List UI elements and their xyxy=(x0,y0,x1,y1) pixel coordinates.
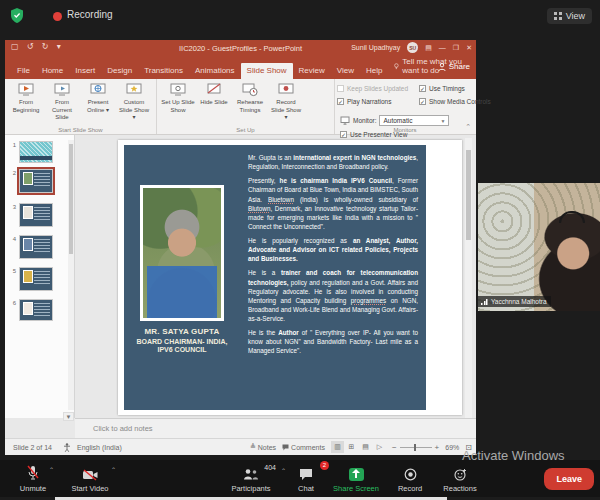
video-options-caret[interactable]: ⌃ xyxy=(111,466,116,473)
custom-slide-show-label: Custom Slide Show ▾ xyxy=(119,99,149,120)
set-up-group-label: Set Up xyxy=(157,127,334,133)
leave-button[interactable]: Leave xyxy=(544,468,594,490)
normal-view-button[interactable]: ▥ xyxy=(331,441,344,453)
view-button[interactable]: View xyxy=(547,8,592,24)
ribbon-display-options-button[interactable]: ▤ xyxy=(425,44,432,52)
slide-show-view-button[interactable]: ▷ xyxy=(373,441,386,453)
zoom-slider: − + xyxy=(392,443,439,452)
tab-review[interactable]: Review xyxy=(293,63,331,79)
thumbnail-slide-2-selected[interactable]: 2 xyxy=(9,169,53,193)
ribbon-tab-bar: File Home Insert Design Transitions Anim… xyxy=(5,58,476,79)
monitor-dropdown[interactable]: Automatic ▼ xyxy=(379,115,449,126)
from-beginning-button[interactable]: From Beginning xyxy=(9,82,43,122)
from-current-slide-button[interactable]: From Current Slide xyxy=(45,82,79,122)
monitor-dropdown-value: Automatic xyxy=(383,117,412,124)
tab-slide-show[interactable]: Slide Show xyxy=(241,63,293,79)
zoom-level[interactable]: 69% xyxy=(445,444,459,451)
slide-sorter-view-button[interactable]: ⊞ xyxy=(345,441,358,453)
thumbnail-image[interactable] xyxy=(19,203,53,227)
reading-view-button[interactable]: ▤ xyxy=(359,441,372,453)
use-presenter-view-checkbox[interactable]: ✓ Use Presenter View xyxy=(340,131,407,138)
thumbnail-image[interactable] xyxy=(19,267,53,291)
zoom-slider-track[interactable] xyxy=(400,447,432,448)
thumbnail-image[interactable] xyxy=(19,299,53,321)
thumbnail-slide-4[interactable]: 4 xyxy=(9,235,53,259)
monitor-selector-row: Monitor: Automatic ▼ xyxy=(340,115,449,126)
tab-insert[interactable]: Insert xyxy=(69,63,101,79)
status-bar: Slide 2 of 14 English (India) ≜ Notes Co… xyxy=(5,438,476,455)
maximize-button[interactable]: ❐ xyxy=(453,44,459,52)
chat-button[interactable]: 2 Chat xyxy=(290,464,322,493)
accessibility-icon[interactable] xyxy=(63,443,71,452)
encryption-shield-icon[interactable] xyxy=(10,8,24,23)
speaker-title-line1: BOARD CHAIRMAN- INDIA, xyxy=(126,338,238,345)
speaker-title-line2: IPV6 COUNCIL xyxy=(126,346,238,353)
tab-design[interactable]: Design xyxy=(101,63,138,79)
tab-help[interactable]: Help xyxy=(360,63,388,79)
share-button[interactable]: Share xyxy=(438,62,470,71)
slide-canvas[interactable]: MR. SATYA GUPTA BOARD CHAIRMAN- INDIA, I… xyxy=(118,140,462,415)
custom-slide-show-button[interactable]: Custom Slide Show ▾ xyxy=(117,82,151,122)
slide-background-panel: MR. SATYA GUPTA BOARD CHAIRMAN- INDIA, I… xyxy=(124,145,426,410)
signed-in-user[interactable]: Sunil Upadhyay xyxy=(351,44,400,51)
comments-toggle[interactable]: Comments xyxy=(282,444,325,451)
speaker-name: MR. SATYA GUPTA xyxy=(126,327,238,336)
slide-number-status: Slide 2 of 14 xyxy=(13,444,52,451)
minimize-button[interactable]: — xyxy=(439,44,446,51)
thumbnail-slide-6[interactable]: 6 xyxy=(9,299,53,321)
thumbnail-image[interactable] xyxy=(19,169,53,193)
zoom-out-button[interactable]: − xyxy=(392,443,397,452)
tab-animations[interactable]: Animations xyxy=(189,63,241,79)
notes-toggle-label: Notes xyxy=(258,444,276,451)
rehearse-timings-label: Rehearse Timings xyxy=(237,99,263,113)
participants-count: 404 xyxy=(264,464,276,471)
share-person-icon xyxy=(438,63,446,71)
start-video-button[interactable]: ⌃ Start Video xyxy=(62,464,118,493)
reactions-button[interactable]: Reactions xyxy=(436,464,484,493)
tab-home[interactable]: Home xyxy=(36,63,69,79)
thumbnail-slide-5[interactable]: 5 xyxy=(9,267,53,291)
tab-view[interactable]: View xyxy=(331,63,360,79)
participants-caret[interactable]: ⌃ xyxy=(281,467,286,474)
set-up-slide-show-button[interactable]: Set Up Slide Show xyxy=(161,82,195,122)
language-status[interactable]: English (India) xyxy=(77,444,122,451)
thumbnail-scrollbar[interactable] xyxy=(68,140,74,410)
close-button[interactable]: ✕ xyxy=(466,44,472,52)
participant-video-tile[interactable]: Yacchnna Malhotra xyxy=(478,183,600,311)
notes-icon: ≜ xyxy=(250,443,256,451)
participant-name: Yacchnna Malhotra xyxy=(491,298,547,305)
tab-transitions[interactable]: Transitions xyxy=(138,63,189,79)
user-avatar[interactable]: SU xyxy=(407,42,418,53)
record-icon xyxy=(404,468,417,481)
present-online-button[interactable]: Present Online ▾ xyxy=(81,82,115,122)
thumbnail-slide-3[interactable]: 3 xyxy=(9,203,53,227)
microphone-muted-icon xyxy=(26,465,40,481)
share-screen-button[interactable]: Share Screen xyxy=(328,464,384,493)
record-slide-show-button[interactable]: Record Slide Show ▾ xyxy=(269,82,303,122)
participants-button[interactable]: 404 ⌃ Participants xyxy=(220,464,282,493)
thumbnail-slide-1[interactable]: 1 xyxy=(9,141,53,163)
zoom-in-button[interactable]: + xyxy=(435,443,440,452)
scroll-down-arrow-icon[interactable]: ▼ xyxy=(63,412,74,421)
record-button[interactable]: Record xyxy=(390,464,430,493)
notes-pane[interactable]: Click to add notes xyxy=(75,418,476,438)
checkbox-checked-icon: ✓ xyxy=(340,131,347,138)
recording-dot-icon xyxy=(53,12,62,21)
thumbnail-number: 5 xyxy=(9,267,16,291)
thumbnail-image[interactable] xyxy=(19,235,53,259)
present-online-icon xyxy=(90,83,106,97)
audio-options-caret[interactable]: ⌃ xyxy=(49,466,54,473)
unmute-button[interactable]: ⌃ Unmute xyxy=(10,464,56,493)
notes-toggle[interactable]: ≜ Notes xyxy=(250,443,276,451)
rehearse-timings-button[interactable]: Rehearse Timings xyxy=(233,82,267,122)
tab-file[interactable]: File xyxy=(11,63,36,79)
monitor-label: Monitor: xyxy=(353,117,376,124)
comments-icon xyxy=(282,444,289,451)
zoom-slider-thumb[interactable] xyxy=(414,444,416,451)
slide-area-scrollbar[interactable] xyxy=(465,138,472,418)
thumbnail-image[interactable] xyxy=(19,141,53,163)
start-video-label: Start Video xyxy=(72,484,109,493)
collapse-ribbon-icon[interactable]: ⌃ xyxy=(465,123,471,131)
grid-view-icon xyxy=(554,12,562,20)
hide-slide-button[interactable]: Hide Slide xyxy=(197,82,231,122)
